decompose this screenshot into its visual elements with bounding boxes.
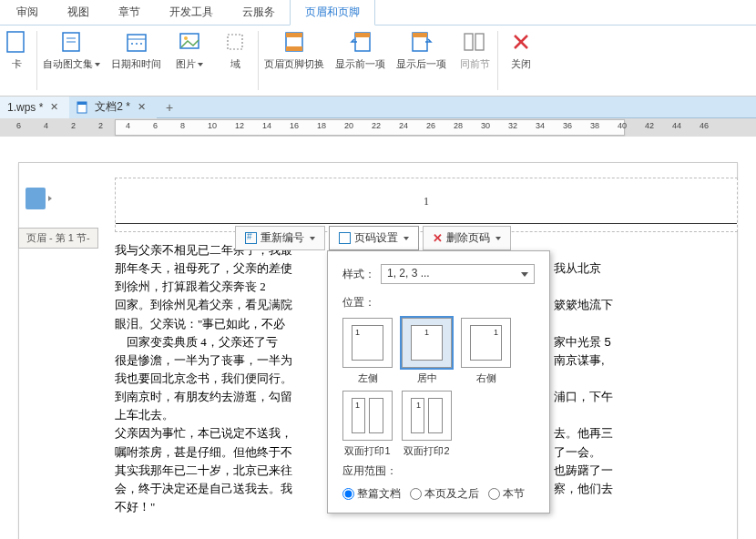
workspace: 1 页眉 - 第 1 节- 重新编号 页码设置 ✕ 删除页码 我与父亲不相见已二…	[0, 137, 756, 539]
style-label: 样式：	[342, 267, 375, 282]
renumber-button[interactable]: 重新编号	[235, 226, 325, 250]
position-center[interactable]: 1 居中	[402, 318, 452, 385]
header-options-icon[interactable]	[26, 188, 46, 209]
tab-header-footer[interactable]: 页眉和页脚	[290, 0, 375, 25]
scope-section[interactable]: 本节	[488, 486, 525, 502]
svg-rect-11	[228, 35, 242, 49]
card-icon	[2, 27, 31, 56]
ribbon-show-next[interactable]: 显示后一项	[391, 25, 452, 96]
document-body-right: 我从北京 簌簌地流下 家中光景 5南京谋事, 浦口，下午 去。他再三了一会。也踌…	[554, 241, 718, 498]
page-number-settings-panel: 样式： 1, 2, 3 ... 位置： 1 左侧 1 居中 1 右侧 1 双面打…	[327, 250, 550, 514]
scope-after[interactable]: 本页及之后	[410, 486, 479, 502]
prev-icon	[346, 27, 375, 56]
picture-icon	[175, 27, 204, 56]
ribbon-same-as-prev[interactable]: 同前节	[452, 25, 497, 96]
tab-chapter[interactable]: 章节	[104, 0, 155, 25]
ribbon-card[interactable]: 卡	[0, 25, 36, 96]
page-number-settings-button[interactable]: 页码设置	[329, 226, 419, 250]
ribbon-close[interactable]: 关闭	[498, 25, 544, 96]
page-number: 1	[116, 178, 737, 208]
doctab-2-label: 文档2 *	[95, 99, 130, 115]
header-section-tag: 页眉 - 第 1 节-	[18, 228, 98, 249]
tab-review[interactable]: 审阅	[2, 0, 53, 25]
tab-view[interactable]: 视图	[53, 0, 104, 25]
document-tabbar: 1.wps * ✕ 文档2 * ✕ +	[0, 97, 756, 118]
svg-rect-16	[355, 33, 370, 37]
doctab-2[interactable]: 文档2 * ✕	[69, 97, 157, 118]
doctab-1[interactable]: 1.wps * ✕	[0, 97, 69, 118]
ribbon-hf-switch[interactable]: 页眉页脚切换	[259, 25, 330, 96]
ribbon-field[interactable]: 域	[212, 25, 258, 96]
tab-devtools[interactable]: 开发工具	[155, 0, 228, 25]
svg-point-7	[136, 43, 138, 45]
position-right[interactable]: 1 右侧	[461, 318, 511, 385]
svg-point-6	[131, 43, 133, 45]
svg-point-8	[140, 43, 142, 45]
delete-icon: ✕	[433, 231, 443, 245]
position-label: 位置：	[342, 295, 535, 310]
ribbon: 卡 自动图文集 日期和时间 图片 域 页眉页脚切换 显示前一项 显示后一项 同前…	[0, 25, 756, 97]
datetime-icon	[122, 27, 151, 56]
header-toolbar: 重新编号 页码设置 ✕ 删除页码	[235, 226, 511, 250]
header-area[interactable]: 1	[115, 178, 738, 232]
svg-rect-18	[413, 33, 427, 37]
pagenum-icon	[339, 232, 351, 244]
menu-tabbar: 审阅 视图 章节 开发工具 云服务 页眉和页脚	[0, 0, 756, 25]
doctab-2-close[interactable]: ✕	[136, 101, 148, 113]
doctab-1-close[interactable]: ✕	[48, 101, 60, 113]
doctab-1-label: 1.wps *	[7, 101, 43, 114]
position-duplex1[interactable]: 1 双面打印1	[342, 391, 393, 458]
hf-switch-icon	[280, 27, 309, 56]
delete-page-number-button[interactable]: ✕ 删除页码	[423, 226, 511, 250]
svg-rect-24	[77, 102, 87, 105]
doc-icon	[77, 101, 89, 114]
svg-rect-13	[286, 33, 302, 37]
position-duplex2[interactable]: 1 双面打印2	[402, 391, 452, 458]
ribbon-autotext[interactable]: 自动图文集	[37, 25, 106, 96]
ribbon-datetime[interactable]: 日期和时间	[106, 25, 167, 96]
svg-rect-19	[465, 34, 473, 50]
svg-rect-14	[286, 46, 302, 51]
ribbon-picture[interactable]: 图片	[167, 25, 212, 96]
svg-point-10	[184, 36, 188, 40]
scope-all[interactable]: 整篇文档	[342, 486, 401, 502]
renumber-icon	[245, 232, 257, 244]
scope-radios: 整篇文档 本页及之后 本节	[342, 486, 535, 502]
ruler[interactable]: 6422468101214161820222426283032343638404…	[0, 118, 756, 137]
svg-rect-20	[475, 34, 484, 50]
field-icon	[220, 27, 250, 56]
autotext-icon	[57, 27, 87, 56]
close-icon	[506, 27, 536, 56]
ribbon-show-prev[interactable]: 显示前一项	[330, 25, 391, 96]
scope-label: 应用范围：	[342, 463, 535, 479]
new-doc-button[interactable]: +	[157, 100, 182, 115]
svg-rect-0	[7, 32, 24, 52]
position-left[interactable]: 1 左侧	[342, 318, 393, 385]
style-select[interactable]: 1, 2, 3 ...	[381, 264, 535, 284]
same-section-icon	[460, 27, 489, 56]
tab-cloud[interactable]: 云服务	[228, 0, 290, 25]
next-icon	[407, 27, 436, 56]
